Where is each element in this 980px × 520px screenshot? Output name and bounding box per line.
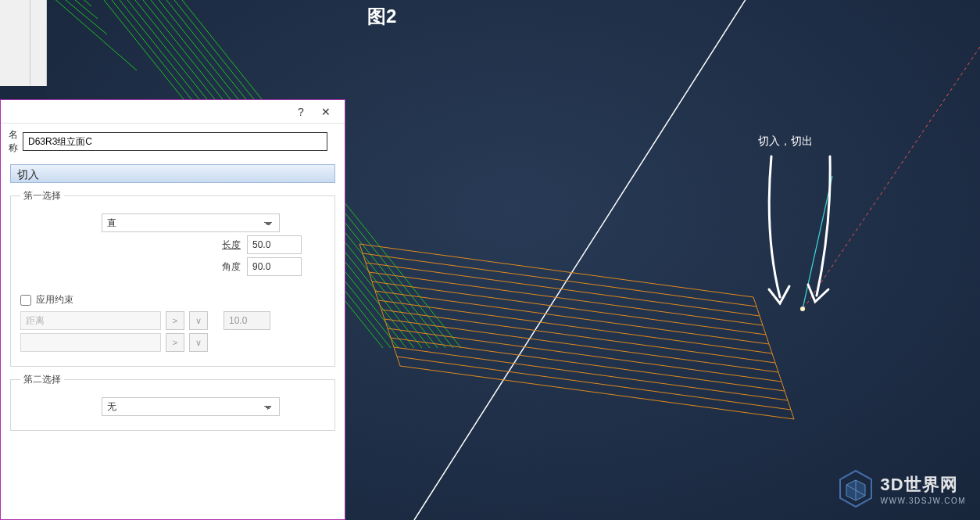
close-button[interactable]: ✕ (313, 101, 338, 123)
constraint-type-select: 距离 (20, 311, 161, 330)
svg-line-0 (47, 0, 137, 70)
section-header-leadin[interactable]: 切入 (10, 164, 335, 183)
svg-line-18 (366, 263, 760, 316)
name-label: 名称 (1, 128, 18, 155)
svg-line-28 (397, 357, 791, 410)
watermark: 3D世界网 WWW.3DSJW.COM (839, 469, 967, 508)
second-mode-select[interactable]: 无 (102, 397, 280, 416)
name-input[interactable] (23, 132, 327, 151)
length-input[interactable] (247, 235, 302, 254)
watermark-domain: WWW.3DSJW.COM (881, 497, 967, 505)
second-choice-group: 第二选择 无 (10, 373, 335, 431)
svg-line-15 (414, 0, 750, 520)
svg-line-19 (369, 272, 763, 325)
constraint-arrow-button-1: > (166, 311, 184, 330)
first-choice-group: 第一选择 直 长度 角度 应用约束 距离 (10, 189, 335, 367)
svg-line-3 (75, 0, 91, 6)
annotation-label: 切入，切出 (758, 134, 813, 149)
figure-title: 图2 (367, 4, 396, 29)
app-sidebar-stub (0, 0, 47, 86)
constraint-type-select-2 (20, 333, 161, 352)
constraint-arrow-button-2: > (166, 333, 184, 352)
first-mode-select[interactable]: 直 (102, 213, 280, 232)
svg-line-16 (359, 244, 753, 297)
help-button[interactable]: ? (288, 101, 313, 123)
svg-line-23 (381, 310, 775, 363)
svg-line-30 (359, 244, 400, 366)
svg-line-21 (375, 291, 769, 344)
dialog-titlebar: ? ✕ (1, 100, 345, 124)
apply-constraint-checkbox[interactable] (20, 295, 31, 306)
constraint-caret-button-1: ∨ (189, 311, 208, 330)
svg-line-2 (66, 0, 98, 19)
constraint-value-input (224, 311, 270, 330)
angle-label: 角度 (20, 260, 247, 274)
lead-in-dialog: ? ✕ 名称 切入 第一选择 直 长度 角度 (0, 99, 345, 520)
second-choice-legend: 第二选择 (20, 373, 64, 386)
svg-line-25 (388, 328, 781, 382)
watermark-name: 3D世界网 (881, 473, 967, 497)
length-label: 长度 (20, 238, 247, 252)
first-choice-legend: 第一选择 (20, 189, 64, 203)
svg-line-29 (400, 366, 794, 419)
angle-input[interactable] (247, 257, 302, 276)
constraint-caret-button-2: ∨ (189, 333, 208, 352)
cube-logo-icon (839, 469, 873, 508)
apply-constraint-label: 应用约束 (36, 293, 73, 307)
svg-line-20 (372, 282, 766, 335)
svg-line-27 (394, 347, 788, 400)
svg-line-22 (378, 300, 772, 353)
svg-line-31 (753, 297, 794, 419)
svg-line-26 (391, 338, 785, 391)
svg-point-34 (800, 307, 805, 311)
